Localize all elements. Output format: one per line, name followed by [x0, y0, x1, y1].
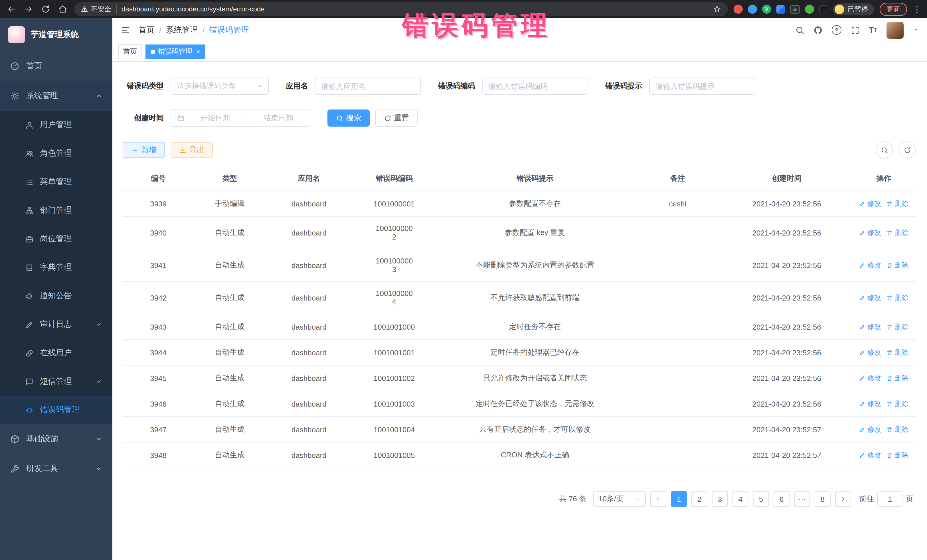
- search-button[interactable]: 搜索: [327, 109, 370, 127]
- cell-code: 1001001005: [353, 442, 436, 468]
- sidebar-item-roles[interactable]: 角色管理: [0, 139, 112, 168]
- help-icon[interactable]: ?: [831, 25, 841, 35]
- fullscreen-icon[interactable]: [850, 25, 859, 35]
- breadcrumb-home[interactable]: 首页: [138, 25, 155, 35]
- edit-link[interactable]: 修改: [859, 199, 881, 208]
- sidebar-item-sms[interactable]: 短信管理: [0, 367, 112, 396]
- sidebar-item-users[interactable]: 用户管理: [0, 111, 112, 139]
- edit-link[interactable]: 修改: [859, 348, 881, 357]
- edit-link[interactable]: 修改: [859, 260, 881, 270]
- page-button-8[interactable]: 8: [815, 491, 831, 507]
- address-bar[interactable]: 不安全 dashboard.yudao.iocoder.cn/system/er…: [74, 2, 728, 16]
- edit-link[interactable]: 修改: [859, 293, 881, 302]
- page-button-5[interactable]: 5: [753, 491, 769, 507]
- security-indicator[interactable]: 不安全: [81, 4, 117, 14]
- edit-link[interactable]: 修改: [859, 228, 881, 238]
- pen-icon: [25, 320, 33, 329]
- date-range-picker[interactable]: 开始日期 - 结束日期: [170, 109, 310, 127]
- sidebar-item-posts[interactable]: 岗位管理: [0, 225, 112, 253]
- extension-icon-green[interactable]: [805, 5, 814, 14]
- tab-home[interactable]: 首页: [118, 44, 142, 59]
- navbar: 首页 / 系统管理 / 错误码管理 ? TT: [112, 18, 927, 42]
- github-icon[interactable]: [813, 25, 822, 35]
- pen-icon: [859, 262, 866, 268]
- delete-link[interactable]: 删除: [887, 348, 909, 357]
- browser-profile-chip[interactable]: 已暂停: [833, 3, 874, 15]
- trash-icon: [887, 262, 893, 268]
- browser-refresh-icon[interactable]: [40, 3, 51, 15]
- sidebar-group-infra[interactable]: 基础设施: [0, 424, 112, 454]
- error-code-input[interactable]: [483, 78, 588, 94]
- browser-forward-icon[interactable]: [23, 3, 34, 15]
- url-text[interactable]: dashboard.yudao.iocoder.cn/system/error-…: [122, 5, 708, 13]
- edit-link[interactable]: 修改: [859, 399, 881, 408]
- sidebar-item-error-code[interactable]: 错误码管理: [0, 396, 112, 424]
- edit-link[interactable]: 修改: [859, 373, 881, 383]
- delete-link[interactable]: 删除: [887, 425, 909, 434]
- delete-link[interactable]: 删除: [887, 260, 909, 270]
- sidebar-logo[interactable]: 芋道管理系统: [0, 18, 112, 51]
- extension-icon-green-v[interactable]: V: [762, 5, 771, 14]
- sidebar-item-dictionary[interactable]: 字典管理: [0, 253, 112, 282]
- close-icon[interactable]: ×: [196, 48, 200, 55]
- error-type-select[interactable]: 请选择错误码类型: [170, 77, 269, 95]
- page-button-1[interactable]: 1: [671, 491, 687, 507]
- sidebar-item-audit-log[interactable]: 审计日志: [0, 310, 112, 339]
- edit-link[interactable]: 修改: [859, 322, 881, 332]
- extension-icon-red[interactable]: [734, 5, 743, 14]
- extensions-pin-icon[interactable]: [819, 5, 827, 13]
- sidebar-item-departments[interactable]: 部门管理: [0, 196, 112, 225]
- goto-page-input[interactable]: [877, 491, 903, 507]
- page-button-2[interactable]: 2: [691, 491, 707, 507]
- sidebar-item-home[interactable]: 首页: [0, 51, 112, 81]
- edit-link[interactable]: 修改: [859, 450, 881, 460]
- chevron-down-icon[interactable]: [913, 27, 919, 33]
- bookmark-star-icon[interactable]: [713, 5, 721, 13]
- sidebar-group-dev-tools[interactable]: 研发工具: [0, 454, 112, 484]
- delete-link[interactable]: 删除: [887, 293, 909, 302]
- edit-link[interactable]: 修改: [859, 425, 881, 434]
- delete-link[interactable]: 删除: [887, 199, 909, 208]
- sidebar-item-menus[interactable]: 菜单管理: [0, 168, 112, 196]
- delete-link[interactable]: 删除: [887, 399, 909, 408]
- page-size-select[interactable]: 10条/页: [593, 491, 646, 507]
- extension-icon-blue[interactable]: [748, 5, 757, 14]
- sidebar-item-notice[interactable]: 通知公告: [0, 282, 112, 310]
- pen-icon: [859, 294, 866, 301]
- hamburger-icon[interactable]: [120, 25, 131, 35]
- browser-menu-icon[interactable]: ⋮: [913, 5, 921, 14]
- page-button-3[interactable]: 3: [712, 491, 728, 507]
- page-button-4[interactable]: 4: [732, 491, 748, 507]
- font-size-icon[interactable]: TT: [869, 26, 877, 34]
- extension-icon-grid[interactable]: [777, 5, 785, 14]
- delete-link[interactable]: 删除: [887, 228, 909, 238]
- select-placeholder: 请选择错误码类型: [177, 81, 236, 91]
- reset-button[interactable]: 重置: [375, 109, 418, 127]
- app-name-label: 应用名: [286, 81, 308, 91]
- avatar[interactable]: [886, 21, 904, 38]
- browser-back-icon[interactable]: [6, 3, 17, 15]
- browser-home-icon[interactable]: [57, 3, 68, 15]
- browser-update-button[interactable]: 更新: [880, 3, 907, 16]
- toggle-search-button[interactable]: [876, 141, 893, 159]
- search-icon[interactable]: [795, 25, 804, 35]
- delete-link[interactable]: 删除: [887, 450, 909, 460]
- page-button-6[interactable]: 6: [774, 491, 790, 507]
- sidebar-group-system[interactable]: 系统管理: [0, 81, 112, 111]
- prev-page-button[interactable]: [650, 491, 666, 507]
- tab-error-code[interactable]: 错误码管理 ×: [146, 44, 205, 59]
- sidebar-item-online-users[interactable]: 在线用户: [0, 339, 112, 367]
- delete-link[interactable]: 删除: [887, 322, 909, 332]
- delete-link[interactable]: 删除: [887, 373, 909, 383]
- export-button[interactable]: 导出: [170, 142, 213, 158]
- extension-icon-on[interactable]: on: [790, 5, 800, 14]
- cell-type: 自动生成: [194, 442, 265, 468]
- error-msg-input[interactable]: [650, 78, 755, 94]
- breadcrumb-system[interactable]: 系统管理: [166, 25, 198, 35]
- breadcrumb-current[interactable]: 错误码管理: [209, 25, 249, 35]
- add-button[interactable]: 新增: [123, 142, 165, 158]
- page-ellipsis[interactable]: ···: [794, 491, 810, 507]
- app-name-input[interactable]: [316, 78, 421, 94]
- next-page-button[interactable]: [835, 491, 851, 507]
- refresh-table-button[interactable]: [898, 141, 916, 159]
